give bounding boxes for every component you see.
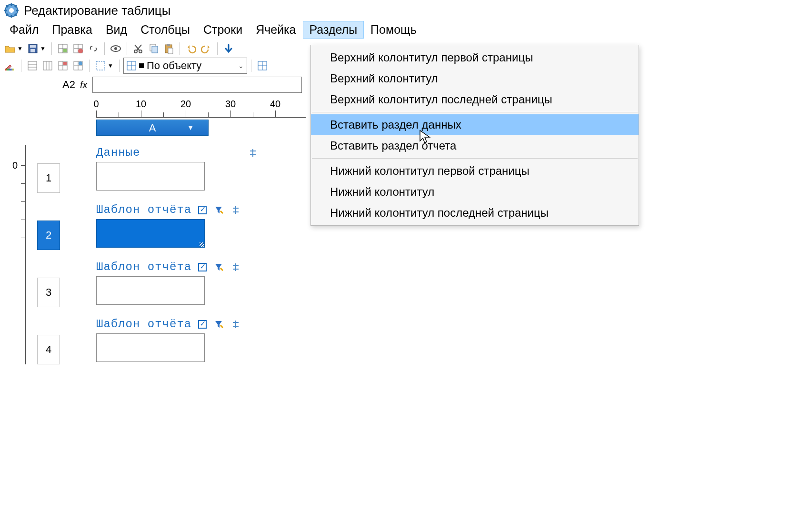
dd-header-last-page[interactable]: Верхний колонтитул последней страницы — [311, 89, 639, 110]
grid-1-icon[interactable] — [25, 59, 40, 73]
toolbar-separator — [180, 42, 180, 55]
section-block: 4 Шаблон отчёта — [19, 318, 800, 364]
sections-dropdown: Верхний колонтитул первой страницы Верхн… — [310, 45, 639, 226]
menu-help[interactable]: Помощь — [364, 21, 423, 39]
svg-rect-31 — [28, 61, 37, 70]
column-header-label: A — [149, 122, 156, 134]
dd-insert-data-section[interactable]: Вставить раздел данных — [311, 114, 639, 135]
link-icon[interactable] — [86, 41, 100, 56]
dd-header-first-page[interactable]: Верхний колонтитул первой страницы — [311, 47, 639, 68]
border-style-icon[interactable] — [93, 59, 108, 73]
section-title: Шаблон отчёта — [96, 203, 191, 216]
svg-rect-11 — [30, 45, 36, 48]
section-settings-icon[interactable] — [230, 319, 241, 330]
redo-icon[interactable] — [199, 41, 213, 56]
dd-header[interactable]: Верхний колонтитул — [311, 68, 639, 89]
brush-icon[interactable] — [3, 59, 17, 73]
section-title: Данные — [96, 146, 140, 159]
dropdown-separator — [312, 158, 638, 159]
grid-5-icon[interactable] — [255, 59, 270, 73]
app-gear-icon — [4, 3, 19, 18]
undo-icon[interactable] — [184, 41, 198, 56]
grid-4-icon[interactable] — [71, 59, 85, 73]
svg-rect-29 — [168, 48, 173, 54]
section-title: Шаблон отчёта — [96, 318, 191, 331]
filter-icon[interactable] — [213, 319, 224, 330]
menu-view[interactable]: Вид — [99, 21, 134, 39]
grid-3-icon[interactable] — [56, 59, 70, 73]
svg-point-20 — [78, 49, 83, 53]
dd-footer-last-page[interactable]: Нижний колонтитул последней страницы — [311, 202, 639, 223]
grid-2-icon[interactable] — [40, 59, 55, 73]
section-block: 3 Шаблон отчёта — [19, 261, 800, 307]
save-icon[interactable] — [26, 41, 40, 56]
formula-input[interactable] — [92, 77, 302, 93]
svg-point-1 — [9, 8, 14, 13]
eye-icon[interactable] — [109, 41, 123, 56]
cell-a3[interactable] — [96, 276, 205, 305]
section-title: Шаблон отчёта — [96, 261, 191, 273]
vertical-ruler: 0 — [18, 145, 26, 364]
svg-rect-16 — [63, 49, 67, 52]
vruler-label: 0 — [12, 160, 18, 171]
section-checkbox[interactable] — [198, 263, 207, 271]
menubar: Файл Правка Вид Столбцы Строки Ячейка Ра… — [0, 19, 800, 40]
table-2-icon[interactable] — [71, 41, 85, 56]
menu-edit[interactable]: Правка — [45, 21, 99, 39]
menu-rows[interactable]: Строки — [197, 21, 249, 39]
filter-icon[interactable] — [213, 205, 224, 215]
svg-rect-45 — [96, 61, 105, 70]
fit-mode-value: По объекту — [147, 60, 201, 72]
svg-point-44 — [79, 61, 82, 65]
row-header-3[interactable]: 3 — [37, 278, 60, 307]
cell-reference[interactable]: A2 — [52, 79, 75, 91]
toolbar-separator — [51, 42, 52, 55]
ruler-label: 10 — [136, 99, 146, 110]
open-dropdown-arrow-icon[interactable]: ▼ — [17, 45, 23, 52]
row-header-4[interactable]: 4 — [37, 335, 60, 364]
fit-mode-combo[interactable]: По объекту ⌄ — [123, 58, 247, 74]
menu-sections[interactable]: Разделы — [303, 21, 364, 39]
row-header-1[interactable]: 1 — [37, 163, 60, 193]
menu-columns[interactable]: Столбцы — [134, 21, 197, 39]
svg-rect-40 — [63, 62, 67, 65]
svg-rect-30 — [5, 69, 14, 70]
section-settings-icon[interactable] — [230, 262, 241, 272]
menu-file[interactable]: Файл — [3, 21, 45, 39]
copy-icon[interactable] — [146, 41, 160, 56]
cell-a2[interactable] — [96, 219, 205, 248]
cell-a1[interactable] — [96, 162, 205, 191]
save-dropdown-arrow-icon[interactable]: ▼ — [40, 45, 46, 52]
svg-rect-26 — [152, 46, 158, 53]
window-title: Редактирование таблицы — [24, 3, 170, 18]
titlebar: Редактирование таблицы — [0, 0, 800, 19]
toolbar-separator — [119, 60, 120, 72]
cut-icon[interactable] — [131, 41, 145, 56]
column-header-a[interactable]: A ▼ — [96, 120, 209, 136]
table-1-icon[interactable] — [56, 41, 70, 56]
section-checkbox[interactable] — [198, 320, 207, 329]
section-settings-icon[interactable] — [230, 205, 241, 215]
ruler-label: 0 — [93, 99, 99, 110]
dd-footer[interactable]: Нижний колонтитул — [311, 181, 639, 202]
toolbar-separator — [89, 60, 90, 72]
menu-cell[interactable]: Ячейка — [249, 21, 302, 39]
row-header-2[interactable]: 2 — [37, 221, 60, 250]
ruler-label: 20 — [180, 99, 191, 110]
svg-rect-34 — [43, 61, 52, 70]
horizontal-ruler: 0 10 20 30 40 — [96, 100, 306, 118]
dd-insert-report-section[interactable]: Вставить раздел отчета — [311, 135, 639, 156]
section-settings-icon[interactable] — [248, 148, 258, 158]
border-dropdown-arrow-icon[interactable]: ▼ — [108, 62, 113, 69]
fx-label[interactable]: fx — [80, 80, 88, 90]
paste-icon[interactable] — [161, 41, 176, 56]
dd-footer-first-page[interactable]: Нижний колонтитул первой страницы — [311, 161, 639, 181]
filter-icon[interactable] — [213, 262, 224, 272]
arrow-down-icon[interactable] — [221, 41, 236, 56]
chevron-down-icon[interactable]: ▼ — [187, 120, 194, 136]
toolbar-separator — [104, 42, 105, 55]
ruler-label: 40 — [270, 99, 280, 110]
open-icon[interactable] — [3, 41, 17, 56]
cell-a4[interactable] — [96, 333, 205, 362]
section-checkbox[interactable] — [198, 206, 207, 214]
